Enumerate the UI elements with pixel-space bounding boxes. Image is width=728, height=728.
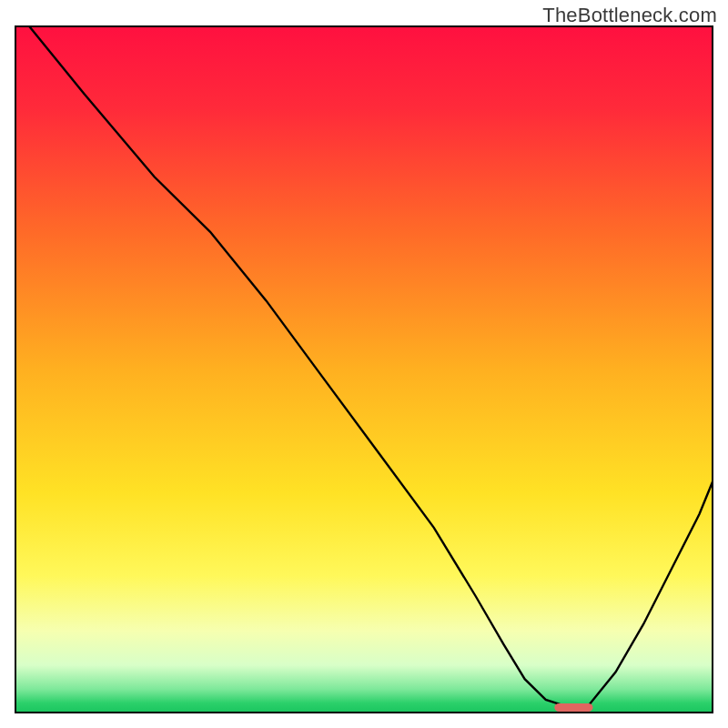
optimal-marker xyxy=(554,703,592,712)
chart-svg xyxy=(15,25,713,713)
chart-frame: TheBottleneck.com xyxy=(0,0,728,728)
plot-area xyxy=(15,25,713,713)
watermark-text: TheBottleneck.com xyxy=(542,4,717,27)
gradient-background xyxy=(15,25,713,713)
